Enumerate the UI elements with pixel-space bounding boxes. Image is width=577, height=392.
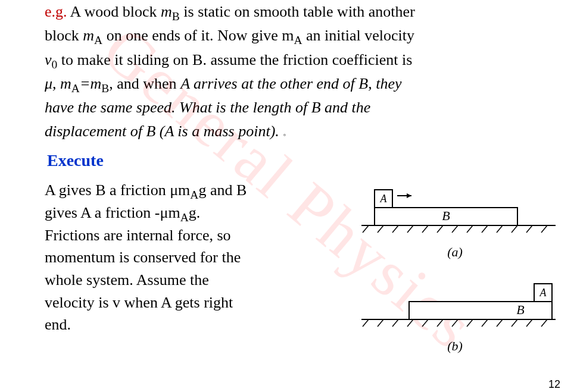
block-B-label: B xyxy=(442,208,450,223)
text: A gives B a friction μm xyxy=(45,181,190,199)
sub-B2: B xyxy=(101,82,109,95)
svg-line-25 xyxy=(452,319,458,327)
eq-mB: =m xyxy=(80,75,101,92)
svg-rect-32 xyxy=(409,302,552,319)
svg-line-22 xyxy=(407,319,413,327)
page-number: 12 xyxy=(548,377,560,392)
italic-phrase: A arrives at the other end of B, they xyxy=(180,75,401,92)
solution-line-5: whole system. Assume the xyxy=(45,269,339,291)
var-mA: m xyxy=(83,27,94,44)
svg-line-3 xyxy=(392,225,398,233)
problem-line-5: have the same speed. What is the length … xyxy=(45,96,559,120)
trailing-dot: 。 xyxy=(283,128,291,137)
text: gives A a friction -μm xyxy=(45,204,180,221)
eg-prefix: e.g. xyxy=(45,3,67,20)
svg-line-23 xyxy=(422,319,428,327)
svg-line-8 xyxy=(467,225,473,233)
solution-line-1: A gives B a friction μmAg and B xyxy=(45,179,339,202)
svg-line-30 xyxy=(526,319,532,327)
block-A-label: A xyxy=(380,193,388,205)
svg-line-26 xyxy=(467,319,473,327)
svg-line-21 xyxy=(392,319,398,327)
problem-line-6: displacement of B (A is a mass point). 。 xyxy=(45,120,559,143)
svg-line-20 xyxy=(378,319,383,327)
svg-line-12 xyxy=(526,225,532,233)
svg-line-7 xyxy=(452,225,458,233)
text: A wood block xyxy=(67,3,161,20)
problem-statement: e.g. A wood block mB is static on smooth… xyxy=(45,0,559,144)
sub-0: 0 xyxy=(52,58,58,71)
text: to make it sliding on B. assume the fric… xyxy=(57,51,412,68)
svg-line-10 xyxy=(497,225,503,233)
problem-line-2: block mA on one ends of it. Now give mA … xyxy=(45,24,559,48)
figure-a-label: (a) xyxy=(351,242,559,262)
svg-line-6 xyxy=(437,225,443,233)
problem-line-4: μ, mA=mB, and when A arrives at the othe… xyxy=(45,72,559,96)
svg-line-1 xyxy=(363,225,369,233)
solution-text: A gives B a friction μmAg and B gives A … xyxy=(45,179,339,367)
text: g. xyxy=(189,204,201,221)
svg-line-9 xyxy=(482,225,488,233)
svg-line-4 xyxy=(407,225,413,233)
text: on one ends of it. Now give m xyxy=(102,27,294,44)
svg-line-31 xyxy=(541,319,547,327)
svg-line-11 xyxy=(511,225,517,233)
svg-line-27 xyxy=(482,319,488,327)
svg-line-28 xyxy=(497,319,503,327)
problem-line-1: e.g. A wood block mB is static on smooth… xyxy=(45,0,559,24)
figure-a: B A xyxy=(351,179,559,239)
svg-line-29 xyxy=(511,319,517,327)
sub-B: B xyxy=(172,10,180,23)
var-mu-mA: μ, m xyxy=(45,75,71,92)
svg-line-5 xyxy=(422,225,428,233)
solution-line-4: momentum is conserved for the xyxy=(45,246,339,269)
sub-A: A xyxy=(190,189,198,201)
solution-line-6: velocity is v when A gets right xyxy=(45,291,339,314)
italic-phrase: displacement of B (A is a mass point). xyxy=(45,123,283,140)
block-A-label-b: A xyxy=(539,287,547,299)
svg-line-19 xyxy=(363,319,369,327)
text: is static on smooth table with another xyxy=(180,3,415,20)
sub-A3: A xyxy=(71,82,80,95)
solution-line-3: Frictions are internal force, so xyxy=(45,224,339,247)
figure-b-label: (b) xyxy=(351,336,559,356)
solution-line-2: gives A a friction -μmAg. xyxy=(45,202,339,224)
var-mB: m xyxy=(161,3,172,20)
sub-A2: A xyxy=(180,211,189,224)
text: g and B xyxy=(198,181,247,199)
text: , and when xyxy=(109,75,180,92)
svg-line-13 xyxy=(541,225,547,233)
sub-A2: A xyxy=(294,34,302,46)
execute-heading: Execute xyxy=(47,148,559,173)
var-v: v xyxy=(45,51,52,68)
svg-line-24 xyxy=(437,319,443,327)
solution-line-7: end. xyxy=(45,313,339,336)
figure-b: B A xyxy=(351,273,559,333)
svg-line-2 xyxy=(378,225,383,233)
text: an initial velocity xyxy=(302,27,414,44)
problem-line-3: v0 to make it sliding on B. assume the f… xyxy=(45,48,559,72)
sub-A: A xyxy=(94,34,102,46)
block-B-label-b: B xyxy=(516,302,524,317)
svg-marker-17 xyxy=(407,193,411,198)
text: block xyxy=(45,27,83,44)
